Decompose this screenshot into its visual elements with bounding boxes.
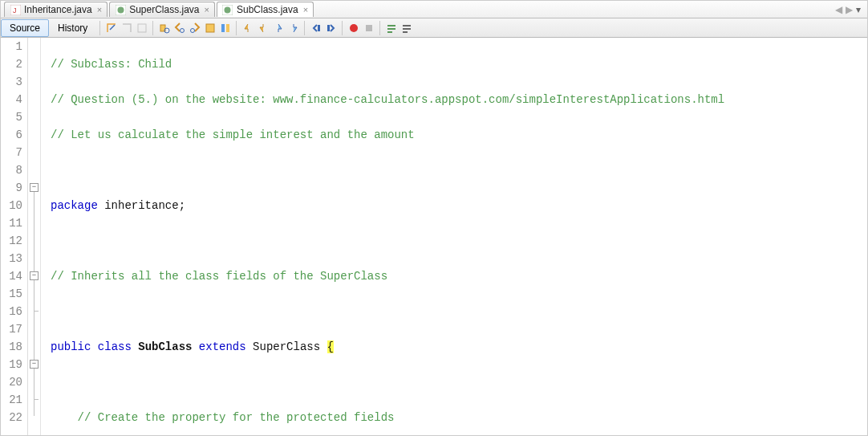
fold-line — [34, 369, 34, 395]
line-number: 7 — [1, 144, 22, 161]
last-edit-icon[interactable] — [104, 21, 118, 35]
svg-point-9 — [180, 28, 184, 32]
class-name: SubClass — [138, 340, 192, 353]
line-number: 19 — [1, 356, 22, 373]
fold-toggle-icon[interactable]: − — [30, 183, 39, 192]
toolbar-separator — [379, 21, 380, 35]
keyword: extends — [192, 340, 245, 353]
line-number: 17 — [1, 320, 22, 338]
line-number: 4 — [1, 91, 22, 108]
keyword: package — [51, 199, 98, 212]
next-error-icon[interactable] — [286, 21, 300, 35]
toggle-bookmark-icon[interactable] — [218, 21, 232, 35]
line-number: 9 — [1, 179, 22, 197]
svg-point-16 — [350, 24, 358, 32]
tab-label: Inheritance.java — [24, 4, 92, 15]
fold-end — [34, 399, 39, 400]
code-comment: // Subclass: Child — [51, 58, 172, 71]
toolbar-separator — [236, 21, 237, 35]
tab-subclass[interactable]: SubClass.java × — [217, 2, 314, 17]
close-icon[interactable]: × — [303, 5, 308, 14]
svg-rect-13 — [226, 24, 229, 32]
code-text: inheritance; — [98, 199, 185, 212]
line-number: 15 — [1, 285, 22, 303]
code-editor[interactable]: 1 2 3 4 5 6 7 8 9 10 11 12 13 14 15 16 1… — [1, 38, 867, 436]
keyword: public — [51, 340, 91, 353]
line-number: 12 — [1, 232, 22, 250]
brace-highlight: { — [327, 340, 334, 353]
uncomment-icon[interactable] — [400, 21, 413, 35]
line-number: 11 — [1, 214, 22, 232]
nav-right-icon[interactable]: ▶ — [846, 4, 853, 15]
line-number: 13 — [1, 250, 22, 267]
java-file-icon: J — [10, 4, 21, 15]
history-mode-button[interactable]: History — [49, 19, 96, 37]
line-number: 18 — [1, 338, 22, 356]
code-comment: // Inherits all the class fields of the … — [51, 270, 387, 283]
fold-toggle-icon[interactable]: − — [30, 360, 39, 369]
code-comment: // Let us calculate the simple interest … — [51, 128, 415, 141]
tab-superclass[interactable]: SuperClass.java × — [109, 2, 215, 17]
line-number: 10 — [1, 197, 22, 214]
tab-label: SuperClass.java — [129, 4, 199, 15]
svg-rect-15 — [327, 25, 330, 31]
fold-line — [34, 280, 34, 307]
fold-gutter: − − − — [28, 38, 41, 436]
file-tabs-bar: J Inheritance.java × SuperClass.java × S… — [1, 1, 867, 18]
shift-right-icon[interactable] — [324, 21, 338, 35]
diff-icon[interactable] — [135, 21, 148, 35]
svg-rect-14 — [318, 25, 320, 31]
nav-left-icon[interactable]: ◀ — [835, 4, 842, 15]
next-bookmark-icon[interactable] — [256, 21, 270, 35]
svg-point-3 — [117, 6, 124, 13]
line-number: 2 — [1, 55, 22, 73]
tab-nav-arrows: ◀ ▶ ▾ — [835, 4, 864, 15]
prev-bookmark-icon[interactable] — [241, 21, 254, 35]
line-number: 3 — [1, 73, 22, 91]
find-selection-icon[interactable] — [157, 21, 171, 35]
line-number: 16 — [1, 303, 22, 320]
line-number: 20 — [1, 373, 22, 391]
dropdown-icon[interactable]: ▾ — [856, 4, 861, 15]
line-number: 5 — [1, 108, 22, 126]
code-comment: // Question (5.) on the website: www.fin… — [51, 93, 724, 106]
toggle-highlight-icon[interactable] — [203, 21, 217, 35]
svg-rect-11 — [206, 24, 214, 32]
start-macro-icon[interactable] — [347, 21, 360, 35]
line-number: 6 — [1, 126, 22, 144]
close-icon[interactable]: × — [97, 5, 102, 14]
forward-edit-icon[interactable] — [120, 21, 133, 35]
close-icon[interactable]: × — [205, 5, 209, 14]
prev-error-icon[interactable] — [271, 21, 285, 35]
line-number-gutter: 1 2 3 4 5 6 7 8 9 10 11 12 13 14 15 16 1… — [1, 38, 28, 436]
svg-point-10 — [190, 28, 194, 32]
editor-toolbar: Source History — [1, 18, 867, 38]
toolbar-separator — [99, 21, 100, 35]
line-number: 1 — [1, 38, 22, 55]
toolbar-separator — [342, 21, 343, 35]
shift-left-icon[interactable] — [309, 21, 322, 35]
stop-macro-icon[interactable] — [362, 21, 375, 35]
keyword: class — [91, 340, 138, 353]
tab-label: SubClass.java — [237, 4, 298, 15]
comment-icon[interactable] — [384, 21, 398, 35]
svg-text:J: J — [13, 6, 17, 14]
svg-rect-17 — [366, 25, 372, 31]
java-file-icon — [115, 4, 126, 15]
line-number: 22 — [1, 409, 22, 426]
java-file-icon — [222, 4, 233, 15]
fold-toggle-icon[interactable]: − — [30, 271, 39, 280]
find-prev-icon[interactable] — [172, 21, 186, 35]
code-comment: // Create the property for the protected… — [78, 411, 395, 424]
tab-inheritance[interactable]: J Inheritance.java × — [4, 2, 107, 17]
line-number: 21 — [1, 391, 22, 409]
code-area[interactable]: // Subclass: Child // Question (5.) on t… — [41, 38, 867, 436]
line-number: 8 — [1, 161, 22, 179]
toolbar-separator — [304, 21, 305, 35]
svg-point-5 — [225, 6, 231, 13]
svg-rect-6 — [138, 24, 146, 32]
toolbar-separator — [152, 21, 153, 35]
svg-rect-12 — [221, 24, 225, 32]
source-mode-button[interactable]: Source — [1, 19, 49, 37]
find-next-icon[interactable] — [188, 21, 201, 35]
